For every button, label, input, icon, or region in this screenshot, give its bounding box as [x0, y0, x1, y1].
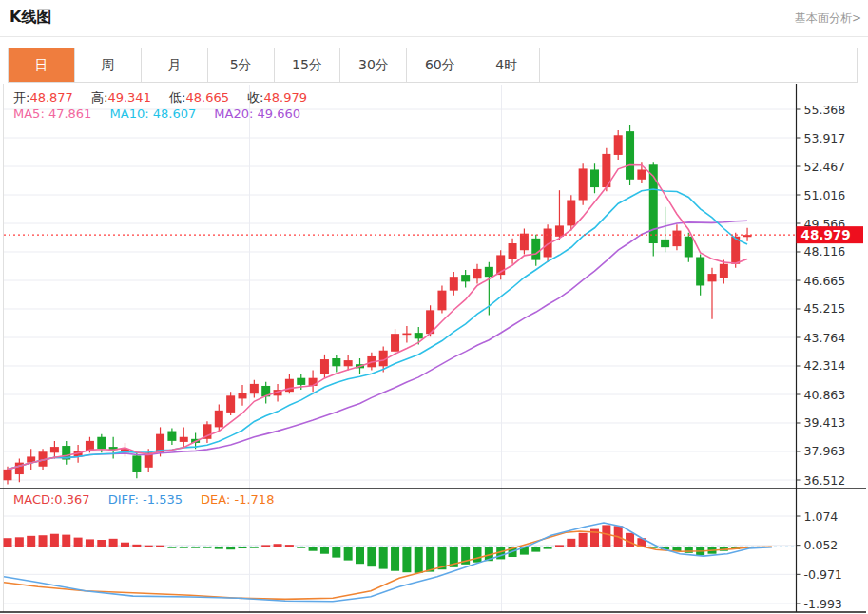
svg-text:39.413: 39.413	[804, 415, 846, 430]
page-header: K线图 基本面分析>	[0, 0, 868, 37]
tab-60min[interactable]: 60分	[407, 48, 473, 82]
macd-info: MACD:0.367 DIFF: -1.535 DEA: -1.718	[13, 492, 288, 508]
tab-4hour[interactable]: 4时	[473, 48, 540, 82]
close-label: 收:	[247, 90, 263, 105]
tabbar-filler	[540, 48, 857, 82]
svg-text:45.215: 45.215	[804, 301, 846, 316]
dea-line	[4, 531, 772, 599]
high-value: 49.341	[107, 90, 151, 105]
svg-text:37.963: 37.963	[804, 444, 846, 458]
candles	[4, 125, 752, 484]
macd-value: 0.367	[54, 492, 89, 507]
svg-text:46.665: 46.665	[804, 274, 846, 288]
ma5-label: MA5:	[13, 106, 48, 121]
diff-label: DIFF:	[108, 492, 143, 507]
period-tabbar: 日周月5分15分30分60分4时	[8, 48, 858, 83]
svg-text:48.116: 48.116	[804, 244, 846, 259]
tab-day[interactable]: 日	[9, 48, 75, 82]
tab-month[interactable]: 月	[142, 48, 208, 82]
ma20-line	[8, 221, 747, 470]
ma5-line	[8, 164, 747, 469]
svg-text:-1.993: -1.993	[804, 597, 842, 611]
y-axis-labels: 55.36853.91752.46751.01649.56648.11646.6…	[797, 103, 846, 611]
svg-text:53.917: 53.917	[804, 131, 846, 145]
svg-text:55.368: 55.368	[804, 103, 846, 117]
ma5-value: 47.861	[48, 106, 92, 121]
dea-value: -1.718	[235, 492, 275, 507]
svg-text:0.052: 0.052	[804, 538, 839, 552]
svg-text:36.512: 36.512	[804, 473, 846, 488]
high-label: 高:	[91, 90, 107, 105]
axes	[0, 84, 866, 612]
open-label: 开:	[13, 90, 29, 105]
close-value: 48.979	[263, 90, 307, 105]
gridlines	[4, 85, 797, 612]
ma10-label: MA10:	[110, 106, 153, 121]
fundamental-analysis-link[interactable]: 基本面分析>	[795, 10, 861, 27]
diff-value: -1.535	[143, 492, 183, 507]
low-value: 48.665	[185, 90, 229, 105]
svg-text:40.863: 40.863	[804, 388, 846, 402]
tab-15min[interactable]: 15分	[275, 48, 341, 82]
svg-text:43.764: 43.764	[804, 331, 846, 345]
tab-5min[interactable]: 5分	[208, 48, 275, 82]
tab-30min[interactable]: 30分	[340, 48, 407, 82]
ma20-label: MA20:	[214, 106, 257, 121]
ma10-line	[8, 189, 747, 470]
macd-panel	[4, 523, 796, 602]
tab-week[interactable]: 周	[75, 48, 142, 82]
ma10-value: 48.607	[153, 106, 197, 121]
kline-chart-canvas[interactable]: 55.36853.91752.46751.01649.56648.11646.6…	[0, 84, 868, 614]
diff-line	[4, 523, 772, 602]
ma20-value: 49.660	[258, 106, 301, 121]
macd-label: MACD:	[13, 492, 54, 507]
svg-text:1.074: 1.074	[804, 509, 839, 524]
dea-label: DEA:	[201, 492, 234, 507]
svg-text:-0.971: -0.971	[804, 567, 842, 582]
page-title: K线图	[10, 8, 51, 28]
svg-text:48.979: 48.979	[801, 227, 851, 242]
svg-text:51.016: 51.016	[804, 188, 846, 202]
open-value: 48.877	[29, 90, 73, 105]
ohlc-info: 开:48.877 高:49.341 低:48.665 收:48.979	[13, 90, 321, 106]
svg-text:42.314: 42.314	[804, 358, 846, 373]
svg-text:52.467: 52.467	[804, 160, 846, 174]
kline-page: K线图 基本面分析> 日周月5分15分30分60分4时 55.36853.917…	[0, 0, 868, 614]
ma-info: MA5: 47.861 MA10: 48.607 MA20: 49.660	[13, 106, 315, 122]
low-label: 低:	[169, 90, 185, 105]
